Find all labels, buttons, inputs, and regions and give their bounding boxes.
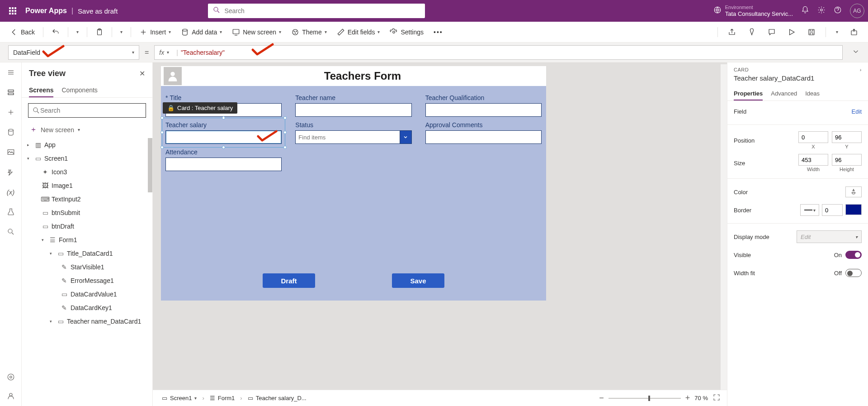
edit-fields-button[interactable]: Edit fields▾	[333, 26, 384, 38]
close-icon[interactable]: ✕	[139, 69, 145, 78]
comments-icon[interactable]	[764, 26, 779, 38]
tree-node-dckey[interactable]: ✎DataCardKey1	[22, 301, 152, 315]
tree-node-errormsg[interactable]: ✎ErrorMessage1	[22, 274, 152, 287]
formula-input[interactable]: fx ▾ | "Teachersalary"	[154, 45, 843, 60]
share-icon[interactable]	[724, 26, 740, 38]
theme-button[interactable]: Theme▾	[288, 26, 330, 38]
input-teacher-salary[interactable]	[165, 130, 282, 144]
input-pos-x[interactable]	[798, 131, 828, 143]
rail-tree-icon[interactable]	[5, 87, 16, 98]
tree-node-image1[interactable]: 🖼Image1	[22, 179, 152, 192]
tree-node-teachername[interactable]: ▾▭Teacher name_DataCard1	[22, 315, 152, 328]
tree-node-textinput2[interactable]: ⌨TextInput2	[22, 192, 152, 206]
help-icon[interactable]	[834, 6, 842, 16]
visible-value: On	[834, 252, 842, 258]
settings-icon[interactable]	[817, 6, 826, 16]
zoom-in-icon[interactable]: +	[685, 393, 690, 403]
paste-button[interactable]	[92, 26, 107, 38]
toggle-visible[interactable]	[845, 251, 862, 259]
rail-search-icon[interactable]	[5, 226, 16, 237]
new-screen-button[interactable]: New screen▾	[228, 26, 285, 38]
more-button[interactable]: •••	[430, 27, 447, 38]
rail-virtual-agent-icon[interactable]	[5, 391, 16, 401]
tab-ideas[interactable]: Ideas	[805, 87, 820, 100]
tree-view-panel: Tree view ✕ Screens Components ＋ New scr…	[22, 62, 153, 406]
tree-node-btnsubmit[interactable]: ▭btnSubmit	[22, 206, 152, 220]
zoom-slider[interactable]	[609, 398, 681, 399]
rail-settings-icon[interactable]	[5, 372, 16, 382]
save-icon[interactable]	[804, 26, 819, 38]
display-mode-dropdown[interactable]: Edit▾	[797, 230, 862, 243]
tree-scrollbar[interactable]	[148, 138, 152, 192]
toggle-widthfit[interactable]	[845, 269, 862, 277]
notifications-icon[interactable]	[801, 6, 809, 16]
tree-search-input[interactable]	[40, 107, 142, 114]
tree-node-app[interactable]: ▸▥App	[22, 138, 152, 152]
tree-node-titlecard[interactable]: ▾▭Title_DataCard1	[22, 247, 152, 260]
input-width[interactable]	[798, 154, 828, 166]
rail-insert-icon[interactable]	[5, 107, 16, 118]
tab-properties[interactable]: Properties	[734, 87, 763, 100]
rail-hamburger-icon[interactable]	[5, 67, 16, 78]
input-attendance[interactable]	[165, 158, 282, 171]
input-border-width[interactable]	[822, 204, 843, 216]
checker-icon[interactable]	[744, 26, 760, 38]
tree-node-form1[interactable]: ▾☰Form1	[22, 233, 152, 247]
input-pos-y[interactable]	[832, 131, 862, 143]
breadcrumb-form[interactable]: ☰Form1	[207, 394, 238, 402]
tab-screens[interactable]: Screens	[29, 84, 53, 97]
field-teacher-salary[interactable]: Teacher salary	[165, 121, 282, 144]
rail-media-icon[interactable]	[5, 147, 16, 158]
rail-data-icon[interactable]	[5, 127, 16, 138]
border-style-picker[interactable]: ▾	[800, 204, 819, 216]
tab-components[interactable]: Components	[61, 84, 97, 97]
property-dropdown[interactable]: DataField ▾	[8, 45, 139, 60]
input-status[interactable]	[295, 130, 400, 144]
draft-button[interactable]: Draft	[263, 273, 315, 288]
color-picker[interactable]	[845, 186, 862, 197]
tree-node-starvisible[interactable]: ✎StarVisible1	[22, 260, 152, 274]
env-name: Tata Consultancy Servic...	[725, 10, 793, 18]
chevron-right-icon[interactable]: ›	[860, 67, 862, 72]
rail-flows-icon[interactable]	[5, 167, 16, 177]
publish-icon[interactable]	[846, 26, 862, 38]
paste-dropdown[interactable]: ▾	[117, 28, 126, 36]
input-approval[interactable]	[425, 130, 542, 144]
label-status: Status	[295, 121, 411, 129]
back-button[interactable]: Back	[6, 26, 38, 38]
search-input[interactable]	[224, 7, 420, 14]
tree-node-btndraft[interactable]: ▭btnDraft	[22, 220, 152, 233]
input-teacher-qual[interactable]	[425, 103, 542, 117]
global-search[interactable]	[208, 4, 425, 18]
save-button[interactable]: Save	[392, 273, 444, 288]
rail-tests-icon[interactable]	[5, 206, 16, 217]
insert-button[interactable]: Insert▾	[136, 26, 175, 38]
border-color-picker[interactable]	[845, 204, 862, 215]
breadcrumb-card[interactable]: ▭Teacher salary_D...	[245, 394, 309, 402]
fit-icon[interactable]	[712, 393, 721, 403]
tree-node-dcvalue[interactable]: ▭DataCardValue1	[22, 287, 152, 301]
undo-dropdown[interactable]: ▾	[73, 28, 82, 36]
rail-variables-icon[interactable]: (x)	[5, 186, 16, 197]
input-teacher-name[interactable]	[295, 103, 411, 117]
environment-selector[interactable]: Environment Tata Consultancy Servic...	[713, 5, 793, 18]
add-data-button[interactable]: Add data▾	[177, 26, 226, 38]
tree-node-screen1[interactable]: ▾▭Screen1	[22, 152, 152, 165]
undo-button[interactable]	[48, 26, 63, 38]
tab-advanced[interactable]: Advanced	[771, 87, 797, 100]
tree-node-icon3[interactable]: ✦Icon3	[22, 165, 152, 179]
edit-field-link[interactable]: Edit	[852, 108, 862, 115]
element-type: CARD ›	[734, 67, 862, 72]
input-height[interactable]	[832, 154, 862, 166]
breadcrumb-screen[interactable]: ▭Screen1▾	[159, 394, 199, 402]
save-dropdown[interactable]: ▾	[832, 28, 842, 36]
status-dropdown-icon[interactable]	[400, 130, 412, 144]
expand-formula-icon[interactable]	[852, 48, 860, 57]
app-launcher-icon[interactable]	[4, 7, 22, 14]
user-avatar[interactable]: AG	[850, 4, 864, 18]
new-screen-link[interactable]: ＋ New screen ▾	[22, 123, 152, 138]
tree-search[interactable]	[28, 103, 146, 118]
settings-button[interactable]: Settings	[386, 26, 427, 38]
zoom-out-icon[interactable]: −	[599, 393, 604, 403]
play-icon[interactable]	[784, 26, 799, 38]
